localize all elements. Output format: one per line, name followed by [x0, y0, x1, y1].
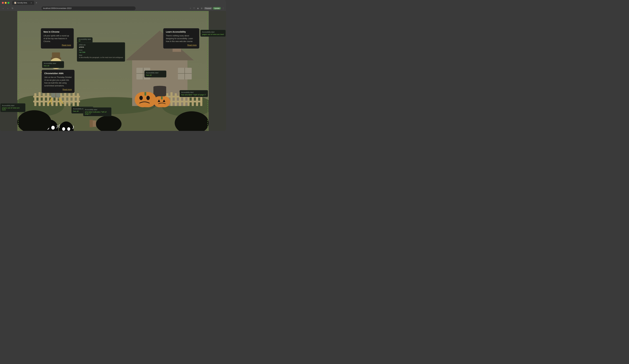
svg-point-62: [147, 96, 150, 100]
a11y-left-panel-label: Accessibility label: [2, 105, 24, 106]
a11y-pumpkin-label: Accessibility label: [146, 72, 165, 74]
chrometober-ama-card: Chrometober AMA Join us live on Thursday…: [42, 70, 75, 93]
a11y-aria-left-value: aria-label indicates "left of page 1": [85, 111, 110, 115]
aria-role-row: ARIA role article: [79, 44, 123, 48]
a11y-aria-right-value: has aria label "right of page 1": [181, 94, 206, 96]
toolbar-icons: ☆ 🛡 ◉ ⊞ Paused Update ⋮: [189, 7, 225, 10]
chrometober-ama-title: Chrometober AMA: [44, 72, 72, 75]
new-in-chrome-card: New in Chrome Lift your spirits with a r…: [41, 28, 74, 49]
a11y-aria-right-label: Accessibility label: [181, 91, 206, 93]
a11y-aria-right-tooltip: Accessibility label has aria label "righ…: [179, 90, 208, 97]
paused-button[interactable]: Paused: [204, 7, 212, 9]
svg-rect-19: [43, 93, 45, 106]
content-area: New in Chrome Lift your spirits with a r…: [0, 11, 226, 131]
a11y-scarecrow-value: has alt: [44, 65, 62, 67]
tab-title: Scrolly time.: [17, 2, 27, 4]
new-in-chrome-body: Lift your spirits with a round up of all…: [43, 34, 71, 43]
svg-point-61: [139, 96, 143, 100]
svg-rect-47: [52, 53, 60, 59]
svg-point-10: [154, 86, 166, 88]
acce-small-label: Accessibility label: [79, 38, 91, 40]
svg-rect-31: [170, 92, 173, 106]
browser-window: 📜 Scrolly time. ✕ + ‹ › ↻ localhost:3000…: [0, 0, 226, 131]
update-button[interactable]: Update: [213, 7, 221, 9]
svg-rect-32: [175, 93, 177, 106]
side-overlay-right: [209, 11, 226, 131]
tab-close-button[interactable]: ✕: [30, 2, 32, 4]
svg-rect-40: [165, 101, 202, 102]
bookmark-icon[interactable]: ☆: [189, 7, 192, 10]
learn-accessibility-card: Learn Accessibility There's nothing scar…: [163, 28, 199, 49]
a11y-pumpkin-value: has alt: [146, 74, 165, 76]
acce-small-tooltip: Accessibility label k2: [77, 37, 93, 43]
active-tab[interactable]: 📜 Scrolly time. ✕: [12, 1, 34, 5]
url-text: localhost:3000/chrometober-2022/: [43, 7, 72, 9]
svg-point-73: [62, 127, 65, 131]
profile-icon[interactable]: ◉: [196, 7, 199, 10]
svg-rect-24: [64, 92, 66, 106]
note-label: Note: [79, 54, 123, 56]
aria-role-value: article: [79, 46, 123, 48]
new-in-chrome-read-more[interactable]: Read more: [43, 44, 71, 46]
menu-icon[interactable]: ⋮: [222, 7, 225, 10]
reload-button[interactable]: ↻: [11, 6, 14, 10]
learn-accessibility-body: There's nothing scary about designing fo…: [166, 34, 197, 43]
a11y-aria-left-tooltip: Accessibility label aria-label indicates…: [83, 107, 111, 116]
a11y-scarecrow-tooltip: Accessibility label has alt: [42, 61, 64, 68]
back-button[interactable]: ‹: [1, 6, 5, 10]
tab-favicon: 📜: [14, 2, 16, 4]
a11y-right-panel-label: Accessibility label: [202, 31, 224, 33]
svg-rect-20: [47, 92, 49, 106]
url-bar[interactable]: localhost:3000/chrometober-2022/: [41, 6, 136, 10]
acce-row: Acce <a> link: [79, 49, 123, 53]
learn-accessibility-read-more[interactable]: Read more: [166, 44, 197, 46]
a11y-left-panel-tooltip: Accessibility label pages out of view ar…: [0, 103, 25, 112]
address-bar-row: ‹ › ↻ localhost:3000/chrometober-2022/ ☆…: [0, 6, 226, 11]
learn-accessibility-title: Learn Accessibility: [166, 31, 197, 33]
svg-rect-79: [93, 120, 96, 127]
a11y-left-panel-value: pages out of view are inert: [2, 107, 24, 111]
maximize-button[interactable]: [7, 2, 9, 4]
note-row: Note is describedBy the paragraph, so th…: [79, 54, 123, 59]
svg-point-74: [67, 127, 70, 131]
svg-rect-60: [145, 92, 146, 96]
tab-bar: 📜 Scrolly time. ✕ +: [12, 1, 224, 5]
aria-role-label: ARIA role: [79, 44, 123, 46]
minimize-button[interactable]: [5, 2, 6, 4]
a11y-right-panel-tooltip: Accessibility label pages out of view ar…: [200, 30, 226, 37]
aria-popup: ARIA role article Acce <a> link Note is …: [77, 42, 125, 62]
forward-button[interactable]: ›: [6, 6, 10, 10]
a11y-aria-left-label: Accessibility label: [85, 109, 110, 110]
new-in-chrome-title: New in Chrome: [43, 31, 71, 33]
puzzle-icon[interactable]: ⊞: [200, 7, 203, 10]
svg-rect-25: [68, 93, 70, 106]
note-text: is describedBy the paragraph, so the rea…: [79, 56, 123, 59]
acce-label: Acce: [79, 49, 123, 51]
svg-rect-29: [33, 101, 80, 102]
svg-rect-78: [90, 120, 93, 127]
shield-icon[interactable]: 🛡: [192, 7, 196, 10]
svg-rect-27: [77, 93, 79, 106]
close-button[interactable]: [2, 2, 4, 4]
scene: New in Chrome Lift your spirits with a r…: [17, 11, 209, 131]
a11y-scarecrow-label: Accessibility label: [44, 63, 62, 64]
title-bar: 📜 Scrolly time. ✕ +: [0, 0, 226, 6]
a11y-pumpkin-tooltip: Accessibility label has alt: [144, 71, 166, 78]
chrometober-ama-body: Join us live on Thursday October 13 as w…: [44, 76, 72, 87]
acce-small-value: k2: [79, 40, 80, 42]
svg-rect-66: [161, 96, 162, 99]
traffic-lights: [2, 2, 9, 4]
acce-value: <a> link: [79, 51, 123, 53]
chrometober-ama-read-more[interactable]: Read more: [44, 89, 72, 91]
svg-rect-26: [72, 92, 75, 106]
a11y-right-panel-value: pages out of view are inert: [202, 33, 224, 35]
side-overlay-left: [0, 11, 17, 131]
svg-rect-17: [34, 93, 36, 106]
svg-point-71: [51, 126, 55, 129]
svg-rect-18: [39, 92, 41, 106]
new-tab-button[interactable]: +: [34, 1, 39, 5]
